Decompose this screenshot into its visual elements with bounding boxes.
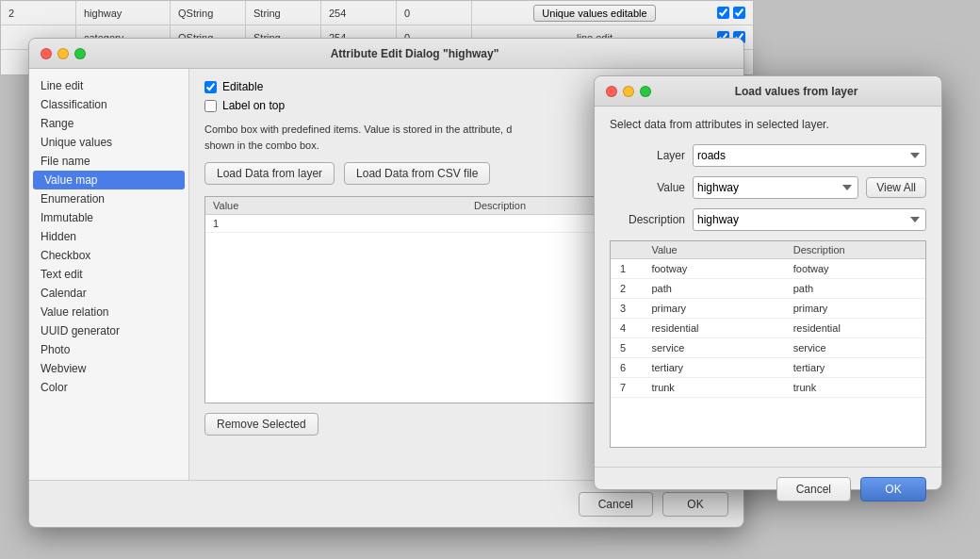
editable-label: Editable — [222, 80, 263, 93]
row-value-4: residential — [642, 319, 783, 338]
sidebar-item-webview[interactable]: Webview — [29, 359, 188, 378]
row-desc-6: tertiary — [784, 358, 925, 378]
load-dialog-body: Select data from attributes in selected … — [595, 107, 941, 467]
value-select[interactable]: highway — [693, 176, 858, 199]
table-cell-num: 1 — [205, 215, 466, 233]
sidebar-item-enumeration[interactable]: Enumeration — [29, 189, 188, 208]
sidebar-item-line-edit[interactable]: Line edit — [29, 76, 188, 95]
load-data-from-csv-button[interactable]: Load Data from CSV file — [344, 162, 490, 185]
remove-selected-button[interactable]: Remove Selected — [204, 413, 318, 436]
bg-cell-col3: QString — [171, 1, 246, 25]
bg-cell-col1: 2 — [1, 1, 76, 25]
sidebar-item-checkbox[interactable]: Checkbox — [29, 246, 188, 265]
load-cancel-button[interactable]: Cancel — [776, 477, 851, 501]
sidebar-item-hidden[interactable]: Hidden — [29, 227, 188, 246]
row-desc-1: footway — [784, 259, 925, 279]
row-value-3: primary — [642, 299, 783, 319]
load-data-from-layer-button[interactable]: Load Data from layer — [204, 162, 335, 185]
row-desc-4: residential — [784, 319, 925, 338]
load-close-button[interactable] — [606, 86, 617, 97]
bg-cell-col4: String — [246, 1, 321, 25]
sidebar-item-classification[interactable]: Classification — [29, 95, 188, 114]
sidebar-item-unique-values[interactable]: Unique values — [29, 133, 188, 152]
row-num-2: 2 — [611, 279, 642, 299]
load-traffic-lights — [606, 86, 651, 97]
sidebar-item-immutable[interactable]: Immutable — [29, 208, 188, 227]
table-row: 3 primary primary — [611, 299, 925, 319]
row-num-4: 4 — [611, 319, 642, 338]
unique-values-editable-button[interactable]: Unique values editable — [533, 5, 655, 22]
value-label: Value — [610, 181, 685, 194]
attr-minimize-button[interactable] — [57, 48, 69, 59]
description-row: Description highway — [610, 208, 926, 231]
load-maximize-button[interactable] — [640, 86, 651, 97]
bg-cell-col5: 254 — [321, 1, 397, 25]
sidebar-item-photo[interactable]: Photo — [29, 340, 188, 359]
table-row: 1 footway footway — [611, 259, 925, 279]
layer-select[interactable]: roads — [693, 144, 926, 167]
layer-row: Layer roads — [610, 144, 926, 167]
bg-cell-col2: highway — [76, 1, 171, 25]
bg-checkbox-2[interactable] — [733, 7, 745, 19]
load-num-col-header — [611, 241, 642, 259]
load-value-col-header: Value — [642, 241, 783, 259]
sidebar-item-color[interactable]: Color — [29, 378, 188, 397]
bg-row-1: 2 highway QString String 254 0 Unique va… — [1, 1, 753, 25]
load-description-col-header: Description — [784, 241, 925, 259]
load-table-container: Value Description 1 footway footway 2 pa… — [610, 240, 926, 448]
load-ok-button[interactable]: OK — [860, 477, 926, 501]
row-value-5: service — [642, 338, 783, 358]
load-values-dialog: Load values from layer Select data from … — [594, 75, 942, 490]
table-row: 7 trunk trunk — [611, 378, 925, 398]
value-row: Value highway View All — [610, 176, 926, 199]
load-dialog-titlebar: Load values from layer — [595, 76, 941, 107]
row-num-3: 3 — [611, 299, 642, 319]
load-dialog-footer: Cancel OK — [595, 467, 941, 511]
editable-checkbox[interactable] — [204, 81, 217, 93]
attr-close-button[interactable] — [41, 48, 52, 59]
attr-traffic-lights — [41, 48, 86, 59]
row-num-5: 5 — [611, 338, 642, 358]
attr-dialog-titlebar: Attribute Edit Dialog "highway" — [29, 39, 743, 69]
view-all-button[interactable]: View All — [866, 177, 926, 198]
value-col-header: Value — [205, 197, 466, 215]
row-value-1: footway — [642, 259, 783, 279]
bg-checkbox-1[interactable] — [717, 7, 729, 19]
sidebar-item-value-relation[interactable]: Value relation — [29, 303, 188, 321]
label-on-top-label: Label on top — [222, 99, 285, 112]
sidebar-item-range[interactable]: Range — [29, 114, 188, 133]
attr-maximize-button[interactable] — [74, 48, 86, 59]
table-row: 5 service service — [611, 338, 925, 358]
row-desc-5: service — [784, 338, 925, 358]
sidebar-item-calendar[interactable]: Calendar — [29, 284, 188, 303]
sidebar-item-value-map[interactable]: Value map — [33, 171, 185, 189]
description-select[interactable]: highway — [693, 208, 926, 231]
layer-label: Layer — [610, 149, 685, 162]
description-label: Description — [610, 213, 685, 226]
table-row: 6 tertiary tertiary — [611, 358, 925, 378]
row-value-2: path — [642, 279, 783, 299]
row-value-7: trunk — [642, 378, 783, 398]
table-row: 4 residential residential — [611, 319, 925, 338]
load-values-table: Value Description 1 footway footway 2 pa… — [611, 241, 925, 398]
row-num-6: 6 — [611, 358, 642, 378]
load-dialog-title: Load values from layer — [662, 85, 930, 98]
sidebar-item-uuid-generator[interactable]: UUID generator — [29, 321, 188, 340]
table-row: 2 path path — [611, 279, 925, 299]
load-dialog-description: Select data from attributes in selected … — [610, 118, 926, 131]
load-minimize-button[interactable] — [623, 86, 634, 97]
row-value-6: tertiary — [642, 358, 783, 378]
row-num-7: 7 — [611, 378, 642, 398]
row-desc-3: primary — [784, 299, 925, 319]
row-desc-2: path — [784, 279, 925, 299]
sidebar-item-text-edit[interactable]: Text edit — [29, 265, 188, 284]
sidebar-item-file-name[interactable]: File name — [29, 152, 188, 171]
attr-sidebar: Line edit Classification Range Unique va… — [29, 69, 189, 480]
label-on-top-checkbox[interactable] — [204, 100, 217, 112]
attr-dialog-title: Attribute Edit Dialog "highway" — [97, 47, 732, 60]
row-num-1: 1 — [611, 259, 642, 279]
bg-cell-col6: 0 — [397, 1, 472, 25]
row-desc-7: trunk — [784, 378, 925, 398]
